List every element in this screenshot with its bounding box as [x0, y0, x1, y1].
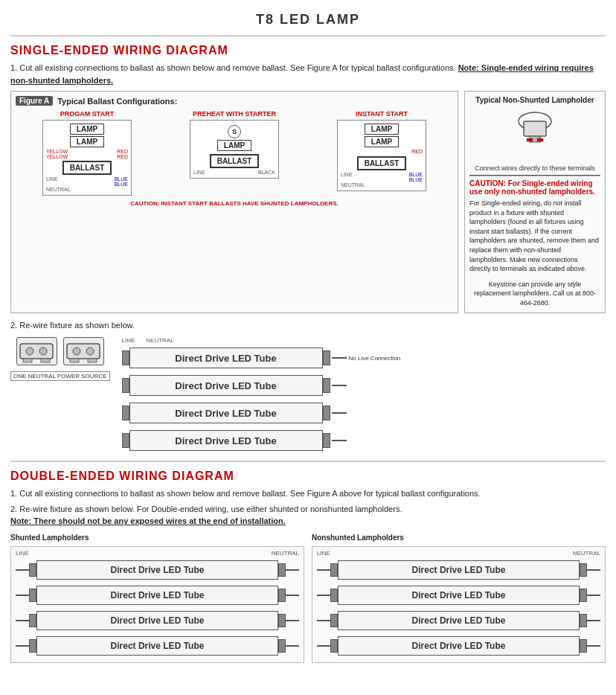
nonshunted-cap-r2 [580, 589, 587, 602]
shunted-wire-l3 [16, 620, 29, 621]
svg-rect-3 [527, 138, 533, 141]
nonshunted-tube-3: Direct Drive LED Tube [338, 611, 580, 630]
nonshunted-cap-l2 [330, 589, 338, 602]
preheat-starter-symbol: S [228, 125, 241, 138]
page-wrapper: T8 LED LAMP SINGLE-ENDED WIRING DIAGRAM … [0, 0, 616, 695]
shunted-cap-l3 [29, 614, 36, 627]
end-cap-l1 [122, 350, 129, 365]
shunted-cap-l1 [29, 563, 36, 577]
nonshunted-tube-2: Direct Drive LED Tube [338, 586, 580, 605]
figure-a-label: Figure A [16, 96, 53, 106]
tube-body-3: Direct Drive LED Tube [129, 403, 323, 423]
instant-blue: BLUEBLUE [409, 172, 423, 182]
shunted-tube-row-4: Direct Drive LED Tube [16, 634, 299, 658]
power-source-label: ONE NEUTRAL POWER SOURCE [10, 371, 110, 381]
single-ended-body: Figure A Typical Ballast Configurations:… [10, 91, 606, 313]
config-preheat-diagram: S LAMP BALLAST LINE BLACK [190, 120, 279, 179]
shunted-wire-r4 [286, 645, 299, 647]
tube-row-4: Direct Drive LED Tube [122, 428, 606, 453]
shunted-header: LINE NEUTRAL [16, 550, 299, 557]
nonshunted-tube-row-3: Direct Drive LED Tube [317, 609, 600, 632]
tube-body-1: Direct Drive LED Tube [129, 348, 323, 368]
shunted-wire-r1 [286, 569, 299, 571]
lampholder-pair [16, 337, 104, 365]
nonshunted-wire-r3 [587, 620, 600, 621]
double-step2: 2. Re-wire fixture as shown below. For D… [10, 503, 606, 528]
wire-yellow: YELLOWYELLOW [46, 149, 68, 159]
instant-red: RED [411, 149, 423, 154]
shunted-wire-r3 [286, 620, 299, 621]
svg-point-6 [26, 348, 33, 355]
instant-lamp-box-1: LAMP [365, 124, 399, 135]
nonshunted-wire-l4 [317, 645, 330, 647]
tube-body-4: Direct Drive LED Tube [129, 430, 323, 451]
tube-row-2: Direct Drive LED Tube [122, 373, 606, 398]
nonshunted-half: Nonshunted Lampholders LINE NEUTRAL Dire… [312, 534, 606, 663]
shunted-cap-r4 [278, 639, 286, 653]
ballast-box-1: BALLAST [62, 161, 112, 175]
nonshunted-tube-row-4: Direct Drive LED Tube [317, 634, 600, 658]
shunted-tube-row-2: Direct Drive LED Tube [16, 583, 299, 607]
config-program-start-diagram: LAMP LAMP YELLOWYELLOW REDRED BALLAST LI… [42, 120, 132, 196]
shunted-title: Shunted Lampholders [10, 534, 304, 542]
caution-box: Typical Non-Shunted Lampholder Connect w… [464, 91, 606, 313]
svg-rect-9 [41, 359, 50, 362]
nonshunted-cap-r3 [580, 614, 587, 627]
figure-a-box: Figure A Typical Ballast Configurations:… [10, 91, 458, 313]
wire-red: REDRED [117, 149, 128, 159]
double-ended-title: DOUBLE-ENDED WIRING DIAGRAM [10, 470, 606, 483]
config-instant-title: INSTANT START [356, 110, 408, 118]
nonshunted-wire-l1 [317, 569, 330, 571]
shunted-wire-l2 [16, 595, 29, 596]
lampholder-1 [16, 337, 57, 365]
nonshunted-cap-r1 [580, 563, 587, 577]
keystone-text: Keystone can provide any style replaceme… [469, 280, 600, 308]
shunted-tube-2: Direct Drive LED Tube [36, 586, 278, 605]
nonshunted-tube-row-1: Direct Drive LED Tube [317, 558, 600, 582]
no-live-label: No Live Connection [349, 355, 401, 362]
nonshunted-cap-r4 [580, 639, 587, 653]
wire-neutral: NEUTRAL [46, 187, 128, 192]
preheat-line: LINE [193, 170, 205, 175]
nonshunted-wire-r1 [587, 569, 600, 571]
shunted-cap-l2 [29, 589, 36, 602]
connect-label: Connect wires directly to these terminal… [469, 164, 600, 172]
shunted-cap-r1 [278, 563, 286, 577]
lampholder-icon [469, 107, 600, 161]
svg-rect-1 [524, 121, 546, 136]
end-cap-l4 [122, 433, 129, 448]
tube-row-1: Direct Drive LED Tube No Live Connection [122, 345, 606, 371]
caution-red-heading: CAUTION: For Single-ended wiring use onl… [469, 179, 600, 196]
preheat-ballast-box: BALLAST [210, 154, 260, 168]
nonshunted-cap-l3 [330, 614, 338, 627]
tube-rows: Direct Drive LED Tube No Live Connection… [122, 345, 606, 453]
nonshunted-header: LINE NEUTRAL [317, 550, 600, 557]
section-divider [10, 461, 606, 462]
preheat-black: BLACK [258, 170, 275, 175]
shunted-tube-row-1: Direct Drive LED Tube [16, 558, 299, 582]
svg-rect-13 [70, 359, 79, 362]
shunted-wire-l4 [16, 645, 29, 647]
double-wiring-diagrams: Shunted Lampholders LINE NEUTRAL Direct … [10, 534, 606, 663]
nonshunted-wire-r2 [587, 595, 600, 596]
shunted-tube-3: Direct Drive LED Tube [36, 611, 278, 630]
svg-point-12 [86, 348, 94, 355]
nonshunted-wire-l2 [317, 595, 330, 596]
nonshunted-wire-l3 [317, 620, 330, 621]
config-program-start-title: PROGAM START [60, 110, 114, 118]
instant-lamp-box-2: LAMP [365, 136, 399, 147]
svg-rect-10 [67, 344, 100, 359]
shunted-wire-l1 [16, 569, 29, 571]
shunted-cap-r2 [278, 589, 286, 602]
preheat-lamp-box: LAMP [217, 140, 251, 151]
double-ended-section: DOUBLE-ENDED WIRING DIAGRAM 1. Cut all e… [10, 470, 606, 663]
single-step2: 2. Re-wire fixture as shown below. [10, 319, 606, 332]
lampholders-left: ONE NEUTRAL POWER SOURCE [10, 337, 110, 381]
wire-line: LINE [46, 176, 58, 187]
line-neutral-header: LINE NEUTRAL [122, 337, 606, 344]
nonshunted-tube-4: Direct Drive LED Tube [338, 636, 580, 656]
svg-rect-14 [88, 359, 97, 362]
svg-point-11 [73, 348, 80, 355]
svg-rect-8 [23, 359, 32, 362]
instant-line: LINE [341, 172, 353, 182]
